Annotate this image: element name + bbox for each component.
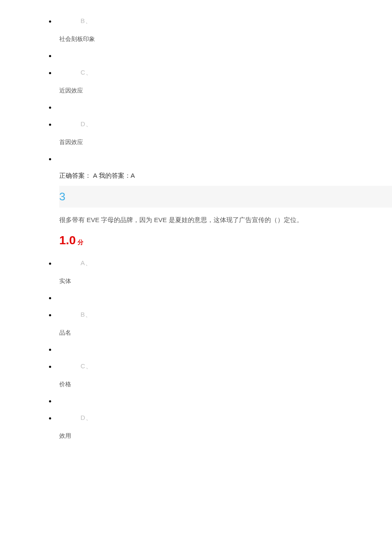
option-item-c[interactable]: C、 价格 [49,362,392,388]
option-letter: C、 [81,362,392,370]
option-item-b[interactable]: B、 品名 [49,311,392,337]
question-block: 3 很多带有 EVE 字母的品牌，因为 EVE 是夏娃的意思，这体现了广告宣传的… [59,186,392,247]
question-text: 很多带有 EVE 字母的品牌，因为 EVE 是夏娃的意思，这体现了广告宣传的（）… [59,208,392,234]
correct-answer-value: A [91,172,99,179]
spacer [49,345,392,354]
option-text: 品名 [59,329,392,337]
option-item-d[interactable]: D、 效用 [49,414,392,440]
option-letter: B、 [81,311,392,319]
option-letter: C、 [81,69,392,77]
score-value: 1.0 [59,234,76,247]
option-letter: D、 [81,414,392,422]
spacer [49,155,392,163]
score-unit: 分 [78,239,84,246]
question-number: 3 [59,190,65,203]
option-item-b[interactable]: B、 社会刻板印象 [49,17,392,43]
options-list-prev: B、 社会刻板印象 C、 近因效应 D、 首因效应 [0,17,392,163]
spacer [49,103,392,112]
option-text: 价格 [59,381,392,388]
option-letter: B、 [81,17,392,25]
option-text: 实体 [59,278,392,285]
option-text: 效用 [59,432,392,440]
option-text: 首因效应 [59,139,392,146]
option-item-a[interactable]: A、 实体 [49,259,392,285]
option-text: 近因效应 [59,87,392,95]
spacer [49,294,392,302]
question-number-bar: 3 [59,186,392,208]
option-item-d[interactable]: D、 首因效应 [49,120,392,146]
correct-answer-label: 正确答案： [59,172,91,179]
score-line: 1.0分 [59,234,392,247]
my-answer-label: 我的答案： [99,172,131,179]
spacer [49,52,392,60]
option-letter: D、 [81,120,392,128]
option-item-c[interactable]: C、 近因效应 [49,69,392,95]
options-list: A、 实体 B、 品名 C、 价格 D、 效用 [0,259,392,440]
my-answer-value: A [131,172,135,179]
answer-line: 正确答案： A 我的答案：A [59,172,392,180]
option-text: 社会刻板印象 [59,35,392,43]
spacer [49,397,392,405]
option-letter: A、 [81,259,392,267]
